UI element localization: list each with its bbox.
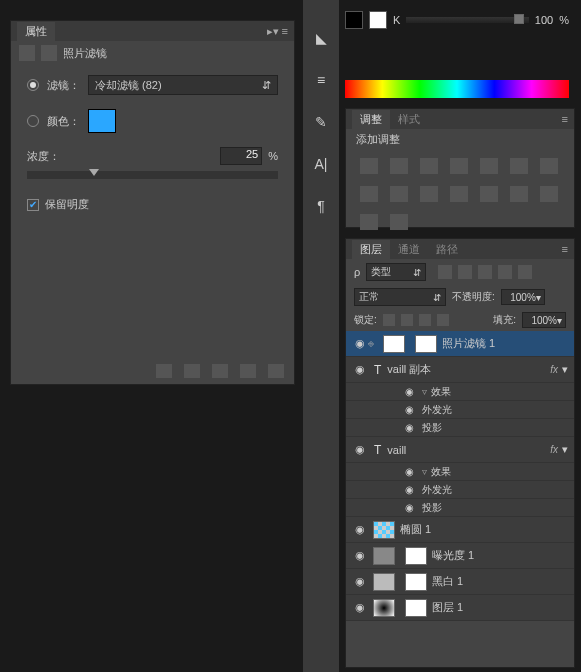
paths-tab[interactable]: 路径 <box>428 240 466 259</box>
layer-row[interactable]: ◉图层 1 <box>346 595 574 621</box>
filter-radio[interactable] <box>27 79 39 91</box>
density-slider[interactable] <box>27 171 278 179</box>
gradientmap-icon[interactable] <box>360 214 378 230</box>
exposure-icon[interactable] <box>450 158 468 174</box>
clip-icon[interactable] <box>156 364 172 378</box>
balance-icon[interactable] <box>540 158 558 174</box>
density-input[interactable]: 25 <box>220 147 262 165</box>
layer-row[interactable]: ◉黑白 1 <box>346 569 574 595</box>
blend-mode-dropdown[interactable]: 正常 ⇵ <box>354 288 446 306</box>
visibility-icon[interactable]: ◉ <box>352 601 368 614</box>
layer-row[interactable]: ◉曝光度 1 <box>346 543 574 569</box>
color-swatch[interactable] <box>88 109 116 133</box>
preserve-lum-checkbox[interactable]: ✔ <box>27 199 39 211</box>
effect-name: 效果 <box>431 465 451 479</box>
chevron-down-icon[interactable]: ▾ <box>562 443 568 456</box>
layer-row[interactable]: ◉⎆照片滤镜 1 <box>346 331 574 357</box>
levels-icon[interactable] <box>390 158 408 174</box>
lock-all-icon[interactable] <box>437 314 449 326</box>
trash-icon[interactable] <box>268 364 284 378</box>
visibility-icon[interactable]: ◉ <box>352 523 368 536</box>
visibility-icon[interactable]: ◉ <box>352 363 368 376</box>
dock-paragraph-icon[interactable]: ≡ <box>311 72 331 90</box>
layers-tab[interactable]: 图层 <box>352 240 390 259</box>
visibility-icon[interactable]: ◉ <box>402 484 416 495</box>
filter-dropdown[interactable]: 冷却滤镜 (82) ⇵ <box>88 75 278 95</box>
opacity-input[interactable]: 100% ▾ <box>501 289 545 305</box>
layer-row[interactable]: ◉Tvaillfx▾ <box>346 437 574 463</box>
filter-kind-dropdown[interactable]: 类型 ⇵ <box>366 263 426 281</box>
hue-icon[interactable] <box>510 158 528 174</box>
mask-icon <box>41 45 57 61</box>
color-radio[interactable] <box>27 115 39 127</box>
threshold-icon[interactable] <box>540 186 558 202</box>
selectivecolor-icon[interactable] <box>390 214 408 230</box>
fx-badge[interactable]: fx <box>550 364 558 375</box>
filter-adjust-icon[interactable] <box>458 265 472 279</box>
layer-effect-row[interactable]: ◉投影 <box>346 419 574 437</box>
layer-effect-row[interactable]: ◉外发光 <box>346 401 574 419</box>
properties-tab[interactable]: 属性 <box>17 22 55 41</box>
visibility-icon[interactable]: ◉ <box>402 502 416 513</box>
adjustments-tab[interactable]: 调整 <box>352 110 390 129</box>
visibility-icon[interactable]: ◉ <box>352 337 368 350</box>
chevron-down-icon[interactable]: ▾ <box>562 363 568 376</box>
panel-menu-icon[interactable]: ▸▾ ≡ <box>267 25 288 38</box>
visibility-icon[interactable]: ◉ <box>402 422 416 433</box>
fill-input[interactable]: 100% ▾ <box>522 312 566 328</box>
filter-smart-icon[interactable] <box>518 265 532 279</box>
visibility-icon[interactable]: ◉ <box>352 549 368 562</box>
filter-text-icon[interactable] <box>478 265 492 279</box>
visibility-icon[interactable]: ◉ <box>402 466 416 477</box>
k-unit: % <box>559 14 569 26</box>
colorlookup-icon[interactable] <box>450 186 468 202</box>
layer-thumb <box>383 335 405 353</box>
k-color-bar: K 100 % <box>345 5 569 35</box>
filter-pixel-icon[interactable] <box>438 265 452 279</box>
panel-menu-icon[interactable]: ≡ <box>562 243 568 255</box>
dock-collapse-icon[interactable]: ◣ <box>311 30 331 48</box>
layer-effect-row[interactable]: ◉投影 <box>346 499 574 517</box>
visibility-icon[interactable]: ◉ <box>402 404 416 415</box>
layer-effect-row[interactable]: ◉▿效果 <box>346 463 574 481</box>
layer-effect-row[interactable]: ◉外发光 <box>346 481 574 499</box>
filter-shape-icon[interactable] <box>498 265 512 279</box>
layer-row[interactable]: ◉椭圆 1 <box>346 517 574 543</box>
k-slider[interactable] <box>406 17 529 23</box>
disclosure-icon[interactable]: ▿ <box>422 386 427 397</box>
layer-effect-row[interactable]: ◉▿效果 <box>346 383 574 401</box>
k-swatch-white[interactable] <box>369 11 387 29</box>
k-swatch-black[interactable] <box>345 11 363 29</box>
vibrance-icon[interactable] <box>480 158 498 174</box>
brightness-icon[interactable] <box>360 158 378 174</box>
panel-menu-icon[interactable]: ≡ <box>562 113 568 125</box>
fx-badge[interactable]: fx <box>550 444 558 455</box>
invert-icon[interactable] <box>480 186 498 202</box>
visibility-icon[interactable] <box>240 364 256 378</box>
visibility-icon[interactable]: ◉ <box>402 386 416 397</box>
visibility-icon[interactable]: ◉ <box>352 443 368 456</box>
lock-pixels-icon[interactable] <box>383 314 395 326</box>
search-icon[interactable]: ρ <box>354 266 360 278</box>
dock-character-icon[interactable]: A| <box>311 156 331 174</box>
dock-brush-icon[interactable]: ✎ <box>311 114 331 132</box>
layer-row[interactable]: ◉Tvaill 副本fx▾ <box>346 357 574 383</box>
channels-tab[interactable]: 通道 <box>390 240 428 259</box>
reset-icon[interactable] <box>212 364 228 378</box>
bw-icon[interactable] <box>360 186 378 202</box>
prev-state-icon[interactable] <box>184 364 200 378</box>
channelmixer-icon[interactable] <box>420 186 438 202</box>
lock-position-icon[interactable] <box>419 314 431 326</box>
styles-tab[interactable]: 样式 <box>390 110 428 129</box>
layer-name: 曝光度 1 <box>432 548 568 563</box>
spectrum-strip[interactable] <box>345 80 569 98</box>
filter-radio-label: 滤镜： <box>47 78 80 93</box>
curves-icon[interactable] <box>420 158 438 174</box>
lock-brush-icon[interactable] <box>401 314 413 326</box>
posterize-icon[interactable] <box>510 186 528 202</box>
layer-name: 照片滤镜 1 <box>442 336 568 351</box>
disclosure-icon[interactable]: ▿ <box>422 466 427 477</box>
dock-pilcrow-icon[interactable]: ¶ <box>311 198 331 216</box>
photofilter-icon[interactable] <box>390 186 408 202</box>
visibility-icon[interactable]: ◉ <box>352 575 368 588</box>
